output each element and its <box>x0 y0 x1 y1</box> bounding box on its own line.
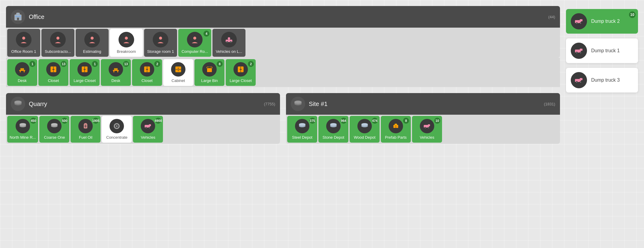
room-office-room-1[interactable]: Office Room 1 <box>7 29 40 57</box>
item-wood-depot[interactable]: 474 Wood Depot <box>350 116 380 143</box>
item-steel-depot[interactable]: 375 Steel Depot <box>287 116 317 143</box>
item-icon-stone-depot <box>326 119 341 133</box>
svg-rect-102 <box>580 78 582 80</box>
svg-point-61 <box>116 125 118 127</box>
item-vehicles-quarry[interactable]: 4900 Vehicles <box>133 116 163 143</box>
item-badge-prefab-parts: 8 <box>403 118 409 124</box>
svg-rect-2 <box>17 18 19 20</box>
item-prefab-parts[interactable]: 8 Prefab Parts <box>381 116 411 143</box>
item-label-fuel-oil: Fuel Oil <box>79 135 92 140</box>
svg-point-51 <box>20 123 26 126</box>
vehicle-dump-truck-2[interactable]: 10 Dump truck 2 <box>566 9 638 34</box>
room-estimating[interactable]: Estimating <box>76 29 109 57</box>
item-north-mine[interactable]: 450 North Mine R... <box>7 116 38 143</box>
svg-rect-90 <box>580 19 582 21</box>
room-label-office-room-1: Office Room 1 <box>11 49 36 54</box>
item-desk-2[interactable]: 13 Desk <box>101 59 131 86</box>
item-badge-desk-1: 1 <box>29 61 35 67</box>
item-label-vehicles-quarry: Vehicles <box>141 135 155 140</box>
svg-point-11 <box>193 37 196 40</box>
item-badge-coarse-one: 500 <box>62 118 68 124</box>
item-closet-1[interactable]: 13 Closet <box>38 59 68 86</box>
office-section-header: Office (44) <box>6 6 560 28</box>
item-label-cabinet: Cabinet <box>172 78 185 83</box>
item-badge-closet-2: 2 <box>154 61 160 67</box>
room-breakroom[interactable]: Breakroom <box>110 29 143 57</box>
svg-rect-40 <box>207 68 212 72</box>
room-badge-computer-room: 4 <box>203 31 209 37</box>
svg-point-34 <box>146 69 147 70</box>
svg-rect-31 <box>114 68 118 70</box>
svg-point-99 <box>576 52 577 53</box>
room-icon-storage-room-1 <box>153 32 168 47</box>
svg-point-35 <box>147 69 148 70</box>
room-storage-room-1[interactable]: Storage room 1 <box>144 29 177 57</box>
room-icon-subcontractor <box>50 32 66 47</box>
item-icon-vehicles-quarry <box>141 119 155 133</box>
room-computer-room[interactable]: 4 Computer Ro... <box>178 29 211 57</box>
site1-items-row: 375 Steel Depot 964 <box>286 115 560 144</box>
item-stone-depot[interactable]: 964 Stone Depot <box>318 116 348 143</box>
quarry-count: (7755) <box>264 102 275 106</box>
svg-rect-41 <box>209 67 210 68</box>
item-badge-large-bin: 8 <box>217 61 223 67</box>
svg-point-27 <box>85 69 86 70</box>
svg-rect-19 <box>20 68 24 70</box>
item-icon-closet-2 <box>140 62 154 77</box>
svg-point-10 <box>159 37 162 40</box>
office-rooms-grid: Office Room 1 Subcontracto... Estimating <box>6 28 560 58</box>
vehicle-dump-truck-1[interactable]: Dump truck 1 <box>566 38 638 63</box>
vehicle-icon-dump-truck-3 <box>571 72 587 88</box>
item-icon-coarse-one <box>47 119 62 133</box>
svg-rect-28 <box>113 70 119 71</box>
room-subcontractor[interactable]: Subcontracto... <box>41 29 74 57</box>
item-label-closet-2: Closet <box>142 78 153 83</box>
svg-point-93 <box>576 23 577 24</box>
item-large-closet-2[interactable]: 2 Large Closet <box>226 59 256 86</box>
item-concentrate[interactable]: Concentrate <box>102 116 132 143</box>
main-layout: Office (44) Office Room 1 Subcontracto..… <box>0 0 644 150</box>
site1-title: Site #1 <box>309 101 327 107</box>
item-closet-2[interactable]: 2 Closet <box>132 59 162 86</box>
svg-point-22 <box>53 69 53 70</box>
vehicle-icon-dump-truck-2 <box>571 13 587 29</box>
quarry-icon <box>11 97 25 111</box>
item-cabinet[interactable]: Cabinet <box>163 59 193 86</box>
vehicle-label-dump-truck-2: Dump truck 2 <box>591 19 620 24</box>
quarry-items-row: 450 North Mine R... 500 <box>6 115 280 144</box>
item-fuel-oil[interactable]: 1905 Fuel Oil <box>71 116 101 143</box>
vehicle-dump-truck-3[interactable]: Dump truck 3 <box>566 68 638 92</box>
svg-point-8 <box>91 37 94 40</box>
svg-point-9 <box>125 37 128 40</box>
vehicle-label-dump-truck-3: Dump truck 3 <box>591 77 620 83</box>
svg-rect-29 <box>113 71 114 72</box>
office-icon <box>11 10 25 24</box>
item-label-north-mine: North Mine R... <box>10 135 36 140</box>
item-badge-closet-1: 13 <box>61 61 67 67</box>
item-large-closet-1[interactable]: 1 Large Closet <box>70 59 100 86</box>
room-icon-computer-room <box>187 32 203 47</box>
svg-point-105 <box>576 82 577 83</box>
svg-rect-84 <box>428 124 430 126</box>
item-large-bin[interactable]: 8 Large Bin <box>194 59 224 86</box>
item-icon-desk-2 <box>109 62 123 77</box>
svg-point-66 <box>146 128 147 129</box>
item-vehicles-site1[interactable]: 10 Vehicles <box>412 116 442 143</box>
item-desk-1[interactable]: 1 Desk <box>7 59 37 86</box>
item-badge-stone-depot: 964 <box>341 118 347 124</box>
item-icon-closet-1 <box>46 62 61 77</box>
item-badge-large-closet-2: 2 <box>248 61 254 67</box>
room-vehicles-on-l[interactable]: Vehicles on L... <box>212 29 245 57</box>
svg-point-44 <box>240 69 241 70</box>
item-icon-fuel-oil <box>78 119 93 133</box>
room-label-breakroom: Breakroom <box>117 49 136 54</box>
room-label-subcontractor: Subcontracto... <box>45 49 71 54</box>
item-badge-north-mine: 450 <box>30 118 36 124</box>
svg-rect-17 <box>20 71 21 72</box>
svg-rect-16 <box>19 70 25 71</box>
item-coarse-one[interactable]: 500 Coarse One <box>39 116 69 143</box>
left-panel: Office (44) Office Room 1 Subcontracto..… <box>6 6 560 144</box>
room-icon-estimating <box>84 32 100 47</box>
svg-point-106 <box>580 82 581 83</box>
item-label-steel-depot: Steel Depot <box>292 135 312 140</box>
